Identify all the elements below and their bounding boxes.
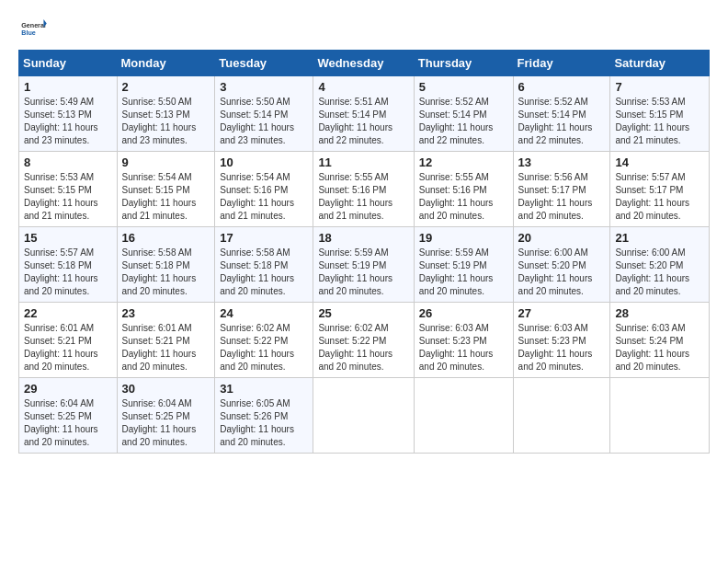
calendar-cell: 25Sunrise: 6:02 AMSunset: 5:22 PMDayligh… [313,303,414,378]
calendar-cell: 28Sunrise: 6:03 AMSunset: 5:24 PMDayligh… [610,303,710,378]
day-number: 20 [518,231,606,245]
calendar-cell: 30Sunrise: 6:04 AMSunset: 5:25 PMDayligh… [117,378,215,454]
day-number: 7 [615,80,704,94]
calendar-cell: 6Sunrise: 5:52 AMSunset: 5:14 PMDaylight… [513,76,610,152]
logo: General Blue [18,18,47,42]
day-number: 22 [24,306,112,320]
weekday-header-wednesday: Wednesday [313,51,414,76]
day-number: 29 [24,382,112,396]
day-number: 23 [122,306,210,320]
weekday-header-thursday: Thursday [414,51,513,76]
calendar-cell: 9Sunrise: 5:54 AMSunset: 5:15 PMDaylight… [117,152,215,227]
day-info: Sunrise: 6:05 AMSunset: 5:26 PMDaylight:… [220,398,294,447]
weekday-header-monday: Monday [117,51,215,76]
day-number: 24 [220,306,308,320]
calendar-cell: 1Sunrise: 5:49 AMSunset: 5:13 PMDaylight… [19,76,118,152]
day-info: Sunrise: 5:51 AMSunset: 5:14 PMDaylight:… [318,97,392,145]
calendar-cell: 23Sunrise: 6:01 AMSunset: 5:21 PMDayligh… [117,303,215,378]
day-number: 27 [518,306,606,320]
calendar-cell: 16Sunrise: 5:58 AMSunset: 5:18 PMDayligh… [117,227,215,303]
day-info: Sunrise: 6:04 AMSunset: 5:25 PMDaylight:… [24,398,98,447]
day-info: Sunrise: 6:04 AMSunset: 5:25 PMDaylight:… [122,398,197,447]
calendar-cell: 8Sunrise: 5:53 AMSunset: 5:15 PMDaylight… [19,152,118,227]
calendar-cell: 18Sunrise: 5:59 AMSunset: 5:19 PMDayligh… [313,227,414,303]
calendar-cell: 2Sunrise: 5:50 AMSunset: 5:13 PMDaylight… [117,76,215,152]
day-info: Sunrise: 5:49 AMSunset: 5:13 PMDaylight:… [24,97,98,145]
day-number: 11 [318,155,408,169]
weekday-header-saturday: Saturday [610,51,710,76]
day-number: 8 [24,155,112,169]
day-number: 16 [122,231,210,245]
day-info: Sunrise: 5:56 AMSunset: 5:17 PMDaylight:… [518,172,593,221]
calendar-cell: 14Sunrise: 5:57 AMSunset: 5:17 PMDayligh… [610,152,710,227]
calendar-cell [313,378,414,454]
calendar-cell [414,378,513,454]
calendar-cell: 4Sunrise: 5:51 AMSunset: 5:14 PMDaylight… [313,76,414,152]
day-info: Sunrise: 6:03 AMSunset: 5:24 PMDaylight:… [615,323,689,372]
day-info: Sunrise: 5:59 AMSunset: 5:19 PMDaylight:… [419,247,494,296]
day-number: 1 [24,80,112,94]
calendar-cell: 15Sunrise: 5:57 AMSunset: 5:18 PMDayligh… [19,227,118,303]
day-number: 2 [122,80,210,94]
calendar-cell: 22Sunrise: 6:01 AMSunset: 5:21 PMDayligh… [19,303,118,378]
day-number: 30 [122,382,210,396]
day-info: Sunrise: 5:54 AMSunset: 5:15 PMDaylight:… [122,172,197,221]
day-info: Sunrise: 6:01 AMSunset: 5:21 PMDaylight:… [122,323,197,372]
day-info: Sunrise: 5:59 AMSunset: 5:19 PMDaylight:… [318,247,392,296]
calendar-cell: 27Sunrise: 6:03 AMSunset: 5:23 PMDayligh… [513,303,610,378]
day-info: Sunrise: 5:57 AMSunset: 5:18 PMDaylight:… [24,247,98,296]
calendar-cell: 24Sunrise: 6:02 AMSunset: 5:22 PMDayligh… [215,303,313,378]
day-number: 5 [419,80,508,94]
day-info: Sunrise: 5:52 AMSunset: 5:14 PMDaylight:… [518,97,593,145]
calendar-cell [610,378,710,454]
day-number: 26 [419,306,508,320]
day-info: Sunrise: 5:58 AMSunset: 5:18 PMDaylight:… [122,247,197,296]
calendar-cell: 26Sunrise: 6:03 AMSunset: 5:23 PMDayligh… [414,303,513,378]
day-info: Sunrise: 6:00 AMSunset: 5:20 PMDaylight:… [615,247,689,296]
day-info: Sunrise: 6:01 AMSunset: 5:21 PMDaylight:… [24,323,98,372]
day-info: Sunrise: 5:55 AMSunset: 5:16 PMDaylight:… [318,172,392,221]
day-number: 31 [220,382,308,396]
weekday-header-sunday: Sunday [19,51,118,76]
day-info: Sunrise: 5:50 AMSunset: 5:13 PMDaylight:… [122,97,197,145]
day-number: 17 [220,231,308,245]
day-info: Sunrise: 6:02 AMSunset: 5:22 PMDaylight:… [318,323,392,372]
weekday-header-friday: Friday [513,51,610,76]
calendar-cell: 10Sunrise: 5:54 AMSunset: 5:16 PMDayligh… [215,152,313,227]
day-number: 18 [318,231,408,245]
day-info: Sunrise: 5:54 AMSunset: 5:16 PMDaylight:… [220,172,294,221]
day-number: 9 [122,155,210,169]
calendar-cell: 31Sunrise: 6:05 AMSunset: 5:26 PMDayligh… [215,378,313,454]
day-info: Sunrise: 5:57 AMSunset: 5:17 PMDaylight:… [615,172,689,221]
calendar-cell: 29Sunrise: 6:04 AMSunset: 5:25 PMDayligh… [19,378,118,454]
day-number: 19 [419,231,508,245]
calendar-cell: 17Sunrise: 5:58 AMSunset: 5:18 PMDayligh… [215,227,313,303]
day-number: 13 [518,155,606,169]
day-number: 4 [318,80,408,94]
day-number: 14 [615,155,704,169]
day-info: Sunrise: 5:53 AMSunset: 5:15 PMDaylight:… [615,97,689,145]
calendar-cell: 7Sunrise: 5:53 AMSunset: 5:15 PMDaylight… [610,76,710,152]
day-info: Sunrise: 5:50 AMSunset: 5:14 PMDaylight:… [220,97,294,145]
day-number: 12 [419,155,508,169]
day-number: 21 [615,231,704,245]
calendar-cell: 3Sunrise: 5:50 AMSunset: 5:14 PMDaylight… [215,76,313,152]
day-info: Sunrise: 6:03 AMSunset: 5:23 PMDaylight:… [419,323,494,372]
calendar-cell: 12Sunrise: 5:55 AMSunset: 5:16 PMDayligh… [414,152,513,227]
day-info: Sunrise: 6:02 AMSunset: 5:22 PMDaylight:… [220,323,294,372]
day-number: 10 [220,155,308,169]
calendar-cell: 13Sunrise: 5:56 AMSunset: 5:17 PMDayligh… [513,152,610,227]
calendar-cell: 5Sunrise: 5:52 AMSunset: 5:14 PMDaylight… [414,76,513,152]
weekday-header-tuesday: Tuesday [215,51,313,76]
calendar-cell [513,378,610,454]
day-info: Sunrise: 5:52 AMSunset: 5:14 PMDaylight:… [419,97,494,145]
day-info: Sunrise: 5:58 AMSunset: 5:18 PMDaylight:… [220,247,294,296]
calendar-cell: 20Sunrise: 6:00 AMSunset: 5:20 PMDayligh… [513,227,610,303]
day-info: Sunrise: 6:03 AMSunset: 5:23 PMDaylight:… [518,323,593,372]
calendar-cell: 11Sunrise: 5:55 AMSunset: 5:16 PMDayligh… [313,152,414,227]
day-number: 3 [220,80,308,94]
day-info: Sunrise: 5:55 AMSunset: 5:16 PMDaylight:… [419,172,494,221]
day-info: Sunrise: 6:00 AMSunset: 5:20 PMDaylight:… [518,247,593,296]
calendar-cell: 19Sunrise: 5:59 AMSunset: 5:19 PMDayligh… [414,227,513,303]
svg-text:General: General [21,22,46,29]
